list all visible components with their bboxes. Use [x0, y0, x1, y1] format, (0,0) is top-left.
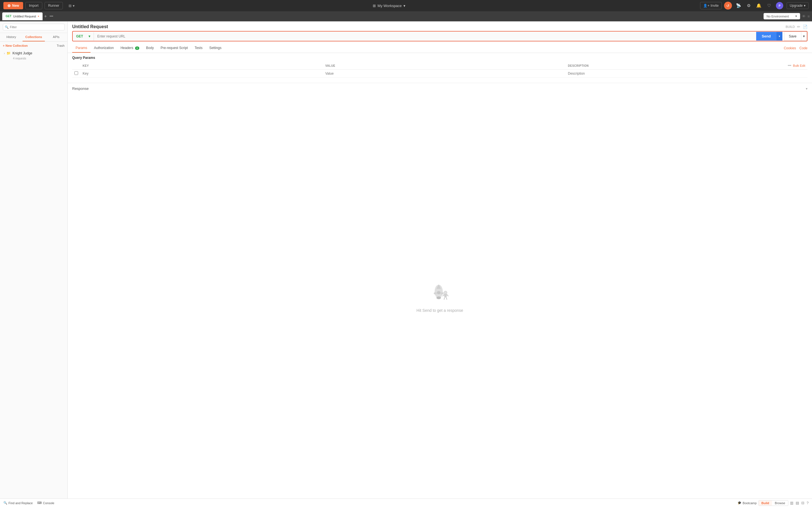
- rocket-svg: [428, 280, 451, 303]
- val-col-header: VALUE: [323, 62, 566, 69]
- headers-badge: 6: [135, 47, 139, 50]
- layout-button[interactable]: ⊞ ▾: [65, 2, 78, 9]
- trash-button[interactable]: Trash: [57, 44, 64, 47]
- sidebar-search-area: 🔍: [0, 21, 67, 33]
- tab-authorization[interactable]: Authorization: [91, 44, 117, 53]
- request-tab[interactable]: GET Untitled Request ●: [2, 12, 43, 20]
- key-col-header: KEY: [80, 62, 323, 69]
- plus-icon: ⊕: [7, 3, 11, 8]
- workspace-chevron-icon: ▾: [403, 4, 405, 8]
- tabs-bar: GET Untitled Request ● + ••• No Environm…: [0, 11, 812, 21]
- svg-point-4: [441, 292, 444, 294]
- params-table: KEY VALUE DESCRIPTION ••• Bulk Edit: [72, 62, 808, 78]
- new-collection-button[interactable]: + New Collection: [3, 44, 28, 47]
- code-button[interactable]: Code: [799, 46, 808, 50]
- save-button[interactable]: Save: [784, 32, 801, 41]
- params-section: Query Params KEY VALUE DESCRIPTION: [68, 53, 812, 80]
- query-params-title: Query Params: [72, 56, 808, 60]
- sync-button[interactable]: ↺: [724, 2, 732, 10]
- tab-tests[interactable]: Tests: [191, 44, 206, 53]
- env-settings-button[interactable]: ≡: [808, 14, 810, 18]
- tab-params[interactable]: Params: [72, 44, 91, 53]
- pencil-icon-btn[interactable]: ✏: [797, 24, 801, 29]
- main-layout: 🔍 History Collections APIs + New Collect…: [0, 21, 812, 499]
- help-icon-btn[interactable]: ?: [807, 501, 809, 505]
- row-checkbox[interactable]: [74, 71, 78, 75]
- svg-point-3: [434, 292, 437, 294]
- response-hint: Hit Send to get a response: [416, 308, 463, 313]
- more-options-button[interactable]: •••: [788, 64, 792, 68]
- import-button[interactable]: Import: [26, 2, 42, 9]
- build-browse-toggle: Build Browse: [758, 500, 788, 506]
- console-button[interactable]: ⌨ Console: [37, 501, 54, 505]
- settings-icon-btn[interactable]: ⚙: [746, 2, 752, 9]
- bootcamp-icon: 🎓: [738, 501, 742, 505]
- description-input[interactable]: [568, 71, 728, 75]
- env-dropdown[interactable]: No Environment ▾: [763, 13, 800, 19]
- svg-line-8: [443, 294, 444, 296]
- value-input[interactable]: [325, 71, 564, 75]
- bulk-edit-button[interactable]: Bulk Edit: [793, 64, 805, 67]
- browse-toggle-button[interactable]: Browse: [772, 501, 788, 506]
- response-body: Hit Send to get a response: [68, 94, 812, 499]
- search-bottom-icon: 🔍: [3, 501, 7, 505]
- svg-point-7: [444, 293, 447, 297]
- tab-more-button[interactable]: •••: [49, 14, 54, 18]
- collection-meta: 4 requests: [0, 57, 67, 60]
- workspace-grid-icon: ⊞: [373, 4, 376, 8]
- env-eye-button[interactable]: 👁: [802, 14, 806, 18]
- upgrade-button[interactable]: Upgrade ▾: [786, 2, 809, 9]
- bottom-icons: ▥ ▤ ⊟ ?: [790, 501, 809, 505]
- layout-cols-icon-btn[interactable]: ▥: [790, 501, 794, 505]
- add-tab-button[interactable]: +: [43, 14, 49, 19]
- bell-icon-btn[interactable]: 🔔: [756, 2, 762, 9]
- send-dropdown-button[interactable]: ▾: [776, 32, 782, 41]
- tab-pre-request-script[interactable]: Pre-request Script: [157, 44, 191, 53]
- response-section: Response ▾: [68, 83, 812, 94]
- env-chevron-icon: ▾: [795, 14, 797, 18]
- response-label: Response: [72, 87, 89, 91]
- bootcamp-button[interactable]: 🎓 Bootcamp: [738, 501, 757, 505]
- method-select[interactable]: GET ▾: [73, 32, 94, 41]
- url-input[interactable]: [94, 32, 756, 41]
- save-btn-group: Save ▾: [784, 32, 807, 41]
- sidebar: 🔍 History Collections APIs + New Collect…: [0, 21, 68, 499]
- cookies-button[interactable]: Cookies: [784, 46, 796, 50]
- find-replace-button[interactable]: 🔍 Find and Replace: [3, 501, 33, 505]
- svg-rect-2: [437, 291, 441, 294]
- doc-icon-btn[interactable]: 📄: [803, 24, 808, 29]
- save-dropdown-button[interactable]: ▾: [801, 32, 807, 41]
- workspace-selector[interactable]: ⊞ My Workspace ▾: [373, 4, 405, 8]
- build-icons: ✏ 📄: [797, 24, 808, 29]
- filter-input[interactable]: [3, 24, 64, 31]
- runner-button[interactable]: Runner: [45, 2, 63, 9]
- collection-item[interactable]: › 📁 Knight Judge: [0, 50, 67, 57]
- key-input[interactable]: [83, 71, 321, 75]
- new-button[interactable]: ⊕ New: [3, 2, 23, 9]
- svg-line-9: [447, 294, 448, 296]
- layout-split-icon-btn[interactable]: ⊟: [801, 501, 804, 505]
- send-button[interactable]: Send: [756, 32, 776, 41]
- svg-line-10: [444, 297, 445, 299]
- tab-body[interactable]: Body: [143, 44, 157, 53]
- heart-icon-btn[interactable]: ♡: [766, 2, 772, 9]
- layout-rows-icon-btn[interactable]: ▤: [796, 501, 799, 505]
- satellite-icon-btn[interactable]: 📡: [735, 2, 742, 9]
- tab-settings[interactable]: Settings: [206, 44, 225, 53]
- avatar[interactable]: P: [776, 2, 783, 9]
- collection-chevron-icon: ›: [4, 52, 5, 55]
- request-title: Untitled Request: [72, 24, 108, 29]
- tab-name-label: Untitled Request: [13, 15, 36, 18]
- response-chevron-icon[interactable]: ▾: [806, 87, 808, 91]
- sidebar-tab-apis[interactable]: APIs: [45, 33, 67, 41]
- sidebar-tab-history[interactable]: History: [0, 33, 22, 41]
- svg-line-11: [446, 297, 447, 299]
- tab-headers[interactable]: Headers 6: [117, 44, 143, 53]
- build-toggle-button[interactable]: Build: [759, 501, 772, 506]
- key-cell: [80, 69, 323, 78]
- rocket-illustration: [428, 280, 451, 304]
- bottom-right: 🎓 Bootcamp Build Browse ▥ ▤ ⊟ ?: [738, 500, 809, 506]
- invite-button[interactable]: 👤+ Invite: [700, 2, 722, 9]
- top-bar: ⊕ New Import Runner ⊞ ▾ ⊞ My Workspace ▾…: [0, 0, 812, 11]
- sidebar-tab-collections[interactable]: Collections: [22, 33, 45, 41]
